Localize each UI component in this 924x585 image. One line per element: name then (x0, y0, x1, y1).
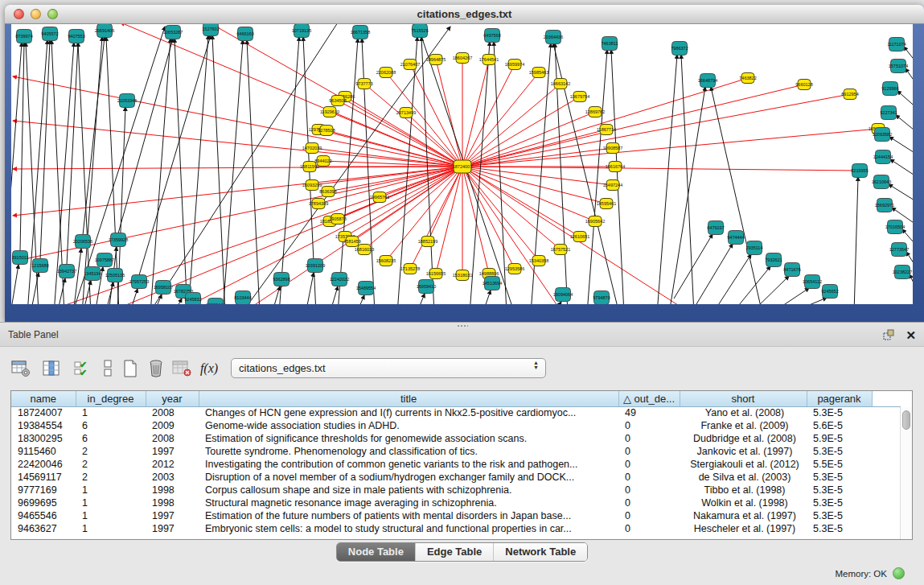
table-cell[interactable]: 5.3E-5 (807, 509, 872, 522)
table-cell[interactable]: 5.3E-5 (807, 522, 872, 535)
table-cell[interactable]: 5.3E-5 (807, 496, 872, 509)
function-builder-icon[interactable]: f(x) (198, 357, 220, 380)
column-header-year[interactable]: year (146, 391, 199, 406)
table-cell[interactable]: 1 (76, 406, 146, 419)
table-row[interactable]: 1456911722003Disruption of a novel membe… (11, 471, 901, 484)
table-cell[interactable]: 1 (76, 496, 146, 509)
table-cell[interactable]: Changes of HCN gene expression and I(f) … (199, 406, 618, 419)
table-cell[interactable]: 0 (618, 509, 680, 522)
column-header-in_degree[interactable]: in_degree (76, 391, 146, 406)
table-cell[interactable]: 1997 (146, 445, 199, 458)
table-cell[interactable]: Stergiakouli et al. (2012) (680, 458, 807, 471)
table-cell[interactable]: de Silva et al. (2003) (680, 471, 807, 484)
select-column-icon[interactable] (40, 357, 63, 380)
table-cell[interactable]: 2 (76, 458, 146, 471)
table-row[interactable]: 1830029562008Estimation of significance … (11, 432, 901, 445)
table-cell[interactable]: 0 (618, 522, 680, 535)
column-header-pagerank[interactable]: pagerank (807, 391, 872, 406)
table-cell[interactable]: 5.3E-5 (807, 445, 872, 458)
table-scrollbar[interactable] (900, 407, 912, 539)
float-panel-icon[interactable] (883, 329, 896, 340)
table-cell[interactable]: 2 (76, 445, 146, 458)
column-header-out_de[interactable]: △ out_de... (618, 391, 680, 406)
table-cell[interactable]: 9777169 (11, 484, 76, 496)
column-header-short[interactable]: short (680, 391, 807, 406)
new-table-icon[interactable] (119, 357, 142, 380)
column-header-title[interactable]: title (199, 391, 618, 406)
table-cell[interactable]: 6 (76, 419, 146, 432)
table-cell[interactable]: Franke et al. (2009) (680, 419, 807, 432)
table-cell[interactable]: 14569117 (11, 471, 76, 484)
table-cell[interactable]: 9463627 (11, 522, 76, 535)
table-cell[interactable]: Corpus callosum shape and size in male p… (199, 484, 618, 496)
table-row[interactable]: 969969511998Structural magnetic resonanc… (11, 496, 901, 509)
table-row[interactable]: 1872400712008Changes of HCN gene express… (11, 406, 901, 419)
network-table-select[interactable]: citations_edges.txt ▲▼ (231, 358, 546, 378)
table-cell[interactable]: 5.6E-5 (807, 419, 872, 432)
table-cell[interactable]: 5.5E-5 (807, 458, 872, 471)
close-panel-icon[interactable]: ✕ (906, 329, 916, 341)
table-cell[interactable]: Tourette syndrome. Phenomenology and cla… (199, 445, 618, 458)
close-window-button[interactable] (14, 9, 24, 19)
table-cell[interactable]: Embryonic stem cells: a model to study s… (199, 522, 618, 535)
table-cell[interactable]: 0 (618, 432, 680, 445)
table-cell[interactable]: 5.3E-5 (807, 471, 872, 484)
table-cell[interactable]: Estimation of significance thresholds fo… (199, 432, 618, 445)
row-check-icon[interactable]: ✔ ✔ (71, 357, 93, 380)
table-row[interactable]: 946554611997Estimation of the future num… (11, 509, 901, 522)
delete-table-icon[interactable] (145, 357, 167, 380)
table-cell[interactable]: Yano et al. (2008) (680, 406, 807, 419)
table-cell[interactable]: Estimation of the future numbers of pati… (199, 509, 618, 522)
table-cell[interactable]: 0 (618, 471, 680, 484)
table-cell[interactable]: 18724007 (11, 406, 76, 419)
table-cell[interactable]: 0 (618, 484, 680, 496)
table-cell[interactable]: 18300295 (11, 432, 76, 445)
table-cell[interactable]: Investigating the contribution of common… (199, 458, 618, 471)
tab-edge-table[interactable]: Edge Table (416, 543, 494, 561)
table-cell[interactable]: 1 (76, 522, 146, 535)
table-cell[interactable]: 5.3E-5 (807, 406, 872, 419)
table-cell[interactable]: 9115460 (11, 445, 76, 458)
table-row[interactable]: 946362711997Embryonic stem cells: a mode… (11, 522, 901, 535)
table-cell[interactable]: 5.9E-5 (807, 432, 872, 445)
table-cell[interactable]: 2003 (146, 471, 199, 484)
table-settings-icon[interactable] (10, 357, 32, 380)
table-cell[interactable]: 9699695 (11, 496, 76, 509)
table-cell[interactable]: Jankovic et al. (1997) (680, 445, 807, 458)
table-row[interactable]: 1938455462009Genome-wide association stu… (11, 419, 901, 432)
table-cell[interactable]: Wolkin et al. (1998) (680, 496, 807, 509)
table-cell[interactable]: 2008 (146, 432, 199, 445)
table-cell[interactable]: Dudbridge et al. (2008) (680, 432, 807, 445)
zoom-window-button[interactable] (47, 9, 58, 19)
network-window-titlebar[interactable]: citations_edges.txt (5, 5, 924, 24)
tab-network-table[interactable]: Network Table (494, 543, 587, 561)
table-cell[interactable]: 2012 (146, 458, 199, 471)
table-cell[interactable]: 2009 (146, 419, 199, 432)
table-scrollbar-thumb[interactable] (902, 410, 910, 430)
table-cell[interactable]: Hescheler et al. (1997) (680, 522, 807, 535)
table-cell[interactable]: 22420046 (11, 458, 76, 471)
column-header-name[interactable]: name (11, 391, 76, 406)
tab-node-table[interactable]: Node Table (337, 543, 416, 561)
table-cell[interactable]: 0 (618, 458, 680, 471)
table-cell[interactable]: 2 (76, 471, 146, 484)
table-cell[interactable]: Nakamura et al. (1997) (680, 509, 807, 522)
table-row[interactable]: 2242004622012Investigating the contribut… (11, 458, 901, 471)
table-cell[interactable]: 1 (76, 484, 146, 496)
table-cell[interactable]: Genome-wide association studies in ADHD. (199, 419, 618, 432)
table-cell[interactable]: 1997 (146, 522, 199, 535)
table-cell[interactable]: 1998 (146, 484, 199, 496)
minimize-window-button[interactable] (31, 9, 41, 19)
table-cell[interactable]: 0 (618, 445, 680, 458)
table-cell[interactable]: 1997 (146, 509, 199, 522)
table-cell[interactable]: 0 (618, 419, 680, 432)
table-cell[interactable]: 6 (76, 432, 146, 445)
table-cell[interactable]: 19384554 (11, 419, 76, 432)
table-cell[interactable]: Tibbo et al. (1998) (680, 484, 807, 496)
panel-drag-grip[interactable] (457, 324, 468, 328)
table-cell[interactable]: Structural magnetic resonance image aver… (199, 496, 618, 509)
table-cell[interactable]: Disruption of a novel member of a sodium… (199, 471, 618, 484)
table-cell[interactable]: 2008 (146, 406, 199, 419)
table-cell[interactable]: 49 (618, 406, 680, 419)
table-cell[interactable]: 9465546 (11, 509, 76, 522)
